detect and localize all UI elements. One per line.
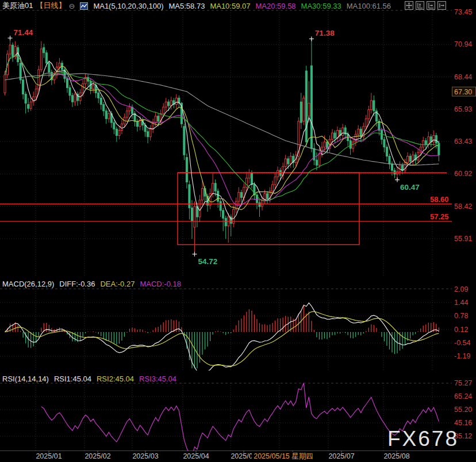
price-axis[interactable]	[452, 10, 476, 450]
rsi1-readout: RSI1:45.04	[54, 375, 91, 383]
indicator-icon[interactable]	[80, 2, 88, 10]
drawn-rectangle[interactable]	[178, 173, 359, 245]
axis-labels: 73.4570.9468.4465.9363.4360.9258.4255.91…	[36, 8, 475, 461]
move-tool-icon[interactable]	[405, 1, 413, 10]
symbol-name: 美原油01	[2, 1, 33, 11]
hline-price-label: 57.25	[430, 212, 449, 221]
ma20-line	[5, 55, 439, 205]
rsi2-readout: RSI2:45.04	[97, 375, 134, 383]
hline-price-label: 58.60	[430, 195, 449, 204]
main-chart-header: 美原油01 【日线】 ⊖ MA1(5,10,20,30,100) MA5:58.…	[2, 1, 391, 11]
extreme-price-label: 71.44	[14, 28, 33, 37]
chart-canvas[interactable]: 58.6057.2573.4570.9468.4465.9363.4360.92…	[0, 0, 476, 462]
macd-diff-readout: DIFF:-0.36	[59, 280, 95, 288]
x-scale-tool-icon[interactable]	[427, 1, 435, 10]
gridlines	[0, 10, 476, 451]
ma-settings-label[interactable]: MA1(5,10,20,30,100)	[93, 2, 163, 10]
rsi-title[interactable]: RSI(14,14,14)	[2, 375, 49, 383]
macd-dea-readout: DEA:-0.27	[100, 280, 135, 288]
ma100-readout: MA100:61.56	[347, 2, 391, 10]
chart-app: 58.6057.2573.4570.9468.4465.9363.4360.92…	[0, 0, 476, 462]
ma10-readout: MA10:59.07	[210, 2, 250, 10]
macd-layer	[5, 303, 439, 372]
ma20-readout: MA20:59.58	[256, 2, 296, 10]
rsi-panel-header: RSI(14,14,14) RSI1:45.04 RSI2:45.04 RSI3…	[2, 375, 176, 383]
ma5-line	[5, 53, 439, 219]
rsi-line	[41, 383, 439, 456]
price-annotations: 71.4471.3854.7260.47	[8, 28, 420, 266]
macd-dea-line	[5, 311, 439, 366]
rsi3-readout: RSI3:45.04	[139, 375, 176, 383]
ma-lines	[5, 53, 439, 219]
ma30-readout: MA30:59.33	[301, 2, 341, 10]
pan-tool-icon[interactable]	[437, 1, 446, 10]
extreme-price-label: 71.38	[315, 29, 335, 37]
ma5-readout: MA5:58.73	[169, 2, 205, 10]
time-axis[interactable]	[0, 450, 452, 462]
collapse-icon[interactable]: ⊖	[68, 2, 75, 10]
extreme-price-label: 54.72	[198, 257, 217, 266]
macd-macd-readout: MACD:-0.18	[140, 280, 181, 288]
chart-toolbar	[405, 1, 446, 10]
macd-panel-header: MACD(26,12,9) DIFF:-0.36 DEA:-0.27 MACD:…	[2, 280, 181, 288]
period-selector[interactable]: 【日线】	[36, 1, 66, 11]
watermark: FX678	[387, 427, 459, 451]
y-scale-tool-icon[interactable]	[416, 1, 424, 10]
macd-title[interactable]: MACD(26,12,9)	[2, 280, 54, 288]
rsi-layer	[41, 383, 439, 456]
ma30-line	[5, 55, 439, 201]
extreme-price-label: 60.47	[400, 183, 420, 192]
